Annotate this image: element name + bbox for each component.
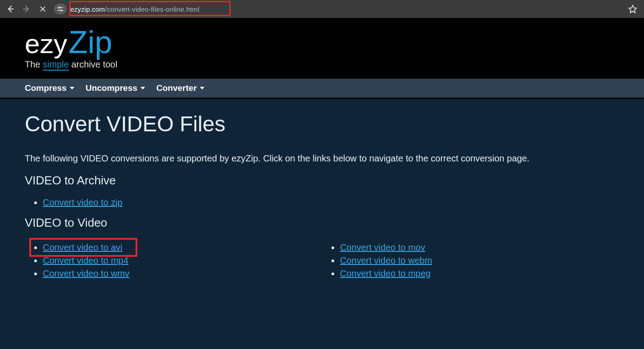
stop-button[interactable] — [36, 2, 50, 16]
svg-point-5 — [59, 7, 60, 8]
list-item: Convert video to mov — [340, 242, 619, 253]
nav-label: Uncompress — [86, 83, 137, 93]
list-item: Convert video to webm — [340, 255, 619, 266]
link-convert-video-to-mpeg[interactable]: Convert video to mpeg — [340, 268, 431, 278]
nav-converter[interactable]: Converter — [156, 83, 205, 93]
url-text: ezyzip.com/convert-video-files-online.ht… — [70, 5, 200, 13]
link-convert-video-to-mov[interactable]: Convert video to mov — [340, 242, 425, 252]
svg-marker-11 — [200, 87, 204, 89]
section-heading-archive: VIDEO to Archive — [25, 174, 619, 188]
intro-text: The following VIDEO conversions are supp… — [25, 153, 619, 164]
list-item: Convert video to zip — [43, 197, 619, 208]
list-item: Convert video to mp4 — [43, 255, 322, 266]
nav-compress[interactable]: Compress — [25, 83, 75, 93]
list-item: Convert video to avi — [43, 242, 322, 253]
caret-down-icon — [200, 86, 205, 90]
link-convert-video-to-webm[interactable]: Convert video to webm — [340, 255, 432, 265]
logo-text-ezy: ezy — [25, 28, 68, 59]
back-button[interactable] — [4, 2, 17, 16]
link-convert-video-to-zip[interactable]: Convert video to zip — [43, 197, 122, 207]
site-header: ezyZip The simple archive tool — [0, 18, 644, 79]
bookmark-star-icon[interactable] — [625, 1, 640, 17]
nav-label: Compress — [25, 83, 67, 93]
caret-down-icon — [69, 86, 75, 90]
caret-down-icon — [140, 86, 145, 90]
forward-button[interactable] — [20, 2, 33, 16]
link-convert-video-to-mp4[interactable]: Convert video to mp4 — [43, 255, 128, 265]
list-item: Convert video to wmv — [43, 268, 322, 279]
svg-marker-10 — [141, 87, 145, 89]
tagline: The simple archive tool — [25, 59, 619, 70]
address-bar[interactable]: ezyzip.com/convert-video-files-online.ht… — [54, 4, 200, 14]
nav-label: Converter — [156, 83, 197, 93]
svg-point-7 — [61, 10, 62, 11]
svg-marker-8 — [629, 5, 637, 13]
link-convert-video-to-avi[interactable]: Convert video to avi — [43, 242, 122, 252]
site-logo[interactable]: ezyZip — [25, 24, 619, 60]
link-convert-video-to-wmv[interactable]: Convert video to wmv — [43, 268, 129, 278]
svg-marker-9 — [70, 87, 74, 89]
section-heading-video: VIDEO to Video — [25, 216, 619, 230]
site-settings-icon[interactable] — [54, 4, 67, 14]
main-content: Convert VIDEO Files The following VIDEO … — [0, 99, 644, 300]
nav-uncompress[interactable]: Uncompress — [86, 83, 145, 93]
list-item: Convert video to mpeg — [340, 268, 619, 279]
browser-toolbar: ezyzip.com/convert-video-files-online.ht… — [0, 0, 644, 18]
logo-text-zip: Zip — [68, 24, 112, 60]
page-title: Convert VIDEO Files — [25, 112, 619, 136]
main-nav: Compress Uncompress Converter — [0, 79, 644, 98]
